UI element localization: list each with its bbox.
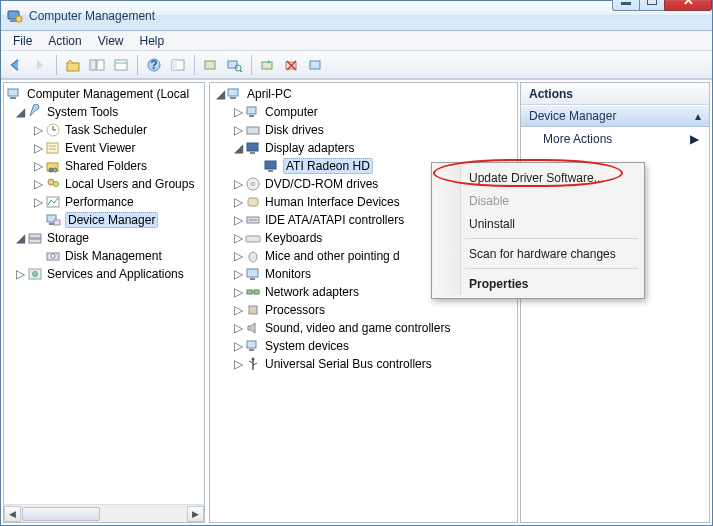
- actions-more[interactable]: More Actions ▶: [521, 127, 709, 151]
- expand-icon[interactable]: ▷: [232, 213, 244, 227]
- properties-toolbar-button[interactable]: [110, 54, 132, 76]
- expand-icon[interactable]: ▷: [232, 123, 244, 137]
- ctx-disable[interactable]: Disable: [435, 189, 641, 212]
- tool-button[interactable]: [167, 54, 189, 76]
- actions-group[interactable]: Device Manager ▴: [521, 105, 709, 127]
- tree-item-performance[interactable]: ▷ Performance: [4, 193, 204, 211]
- scroll-left-button[interactable]: ◀: [4, 506, 21, 522]
- ctx-label: Scan for hardware changes: [469, 247, 616, 261]
- tree-item-local-users[interactable]: ▷ Local Users and Groups: [4, 175, 204, 193]
- expand-icon[interactable]: ▷: [232, 285, 244, 299]
- tool-button[interactable]: [200, 54, 222, 76]
- svg-rect-26: [47, 143, 58, 153]
- tree-item-display-adapters[interactable]: ◢Display adapters: [210, 139, 517, 157]
- ctx-label: Disable: [469, 194, 509, 208]
- tool-button[interactable]: [281, 54, 303, 76]
- tree-item-services-apps[interactable]: ▷ Services and Applications: [4, 265, 204, 283]
- console-tree[interactable]: Computer Management (Local ◢ System Tool…: [4, 83, 204, 504]
- expand-icon[interactable]: ▷: [232, 339, 244, 353]
- expand-icon[interactable]: ▷: [32, 123, 44, 137]
- clock-icon: [45, 122, 61, 138]
- tree-item-sound[interactable]: ▷Sound, video and game controllers: [210, 319, 517, 337]
- tree-item-task-scheduler[interactable]: ▷ Task Scheduler: [4, 121, 204, 139]
- tree-item-shared-folders[interactable]: ▷ Shared Folders: [4, 157, 204, 175]
- expand-icon[interactable]: ▷: [32, 195, 44, 209]
- collapse-icon[interactable]: ▴: [695, 109, 701, 123]
- tree-root[interactable]: Computer Management (Local: [4, 85, 204, 103]
- expand-icon[interactable]: ▷: [232, 231, 244, 245]
- close-button[interactable]: ✕: [664, 0, 712, 11]
- ctx-uninstall[interactable]: Uninstall: [435, 212, 641, 235]
- expand-icon[interactable]: ▷: [32, 177, 44, 191]
- svg-rect-52: [268, 170, 273, 172]
- expand-icon[interactable]: ▷: [232, 249, 244, 263]
- expand-icon[interactable]: ▷: [14, 267, 26, 281]
- services-icon: [27, 266, 43, 282]
- collapse-icon[interactable]: ◢: [14, 105, 26, 119]
- cpu-icon: [245, 302, 261, 318]
- svg-rect-11: [172, 60, 177, 70]
- tree-item-system-devices[interactable]: ▷System devices: [210, 337, 517, 355]
- scroll-right-button[interactable]: ▶: [187, 506, 204, 522]
- tree-item-computer[interactable]: ▷Computer: [210, 103, 517, 121]
- expand-icon[interactable]: ▷: [232, 195, 244, 209]
- tool-button[interactable]: [257, 54, 279, 76]
- forward-button[interactable]: [29, 54, 51, 76]
- disk-icon: [245, 122, 261, 138]
- expand-icon[interactable]: ▷: [232, 303, 244, 317]
- toolbar-separator: [194, 55, 195, 75]
- title-bar[interactable]: Computer Management ✕: [1, 1, 712, 31]
- ctx-update-driver[interactable]: Update Driver Software...: [435, 166, 641, 189]
- expand-icon[interactable]: ▷: [232, 357, 244, 371]
- collapse-icon[interactable]: ◢: [14, 231, 26, 245]
- tree-item-event-viewer[interactable]: ▷ Event Viewer: [4, 139, 204, 157]
- svg-rect-20: [310, 61, 320, 69]
- help-button[interactable]: ?: [143, 54, 165, 76]
- expand-icon[interactable]: ▷: [32, 141, 44, 155]
- svg-rect-67: [249, 349, 254, 351]
- tree-item-usb[interactable]: ▷Universal Serial Bus controllers: [210, 355, 517, 373]
- context-menu: Update Driver Software... Disable Uninst…: [431, 162, 645, 299]
- show-hide-tree-button[interactable]: [86, 54, 108, 76]
- toolbar-separator: [56, 55, 57, 75]
- ctx-label: Update Driver Software...: [469, 171, 604, 185]
- expand-icon[interactable]: ▷: [232, 177, 244, 191]
- tree-label: Processors: [265, 303, 325, 317]
- tree-item-disk-drives[interactable]: ▷Disk drives: [210, 121, 517, 139]
- svg-rect-3: [67, 63, 79, 71]
- tree-item-processors[interactable]: ▷Processors: [210, 301, 517, 319]
- expand-icon[interactable]: ▷: [232, 267, 244, 281]
- expand-icon[interactable]: ▷: [232, 321, 244, 335]
- scroll-thumb[interactable]: [22, 507, 100, 521]
- collapse-icon[interactable]: ◢: [232, 141, 244, 155]
- device-tree[interactable]: ◢ April-PC ▷Computer ▷Disk drives ◢Displ…: [210, 83, 517, 522]
- back-button[interactable]: [5, 54, 27, 76]
- svg-point-33: [54, 182, 59, 187]
- expand-icon[interactable]: ▷: [232, 105, 244, 119]
- tree-label: Services and Applications: [47, 267, 184, 281]
- tree-label: Universal Serial Bus controllers: [265, 357, 432, 371]
- maximize-button[interactable]: [639, 0, 665, 11]
- actions-pane: Actions Device Manager ▴ More Actions ▶: [520, 82, 710, 523]
- tree-item-storage[interactable]: ◢ Storage: [4, 229, 204, 247]
- tool-button[interactable]: [305, 54, 327, 76]
- tree-item-pc[interactable]: ◢ April-PC: [210, 85, 517, 103]
- menu-help[interactable]: Help: [132, 32, 173, 50]
- up-button[interactable]: [62, 54, 84, 76]
- h-scrollbar[interactable]: ◀ ▶: [4, 504, 204, 522]
- tree-label: Human Interface Devices: [265, 195, 400, 209]
- menu-file[interactable]: File: [5, 32, 40, 50]
- collapse-icon[interactable]: ◢: [214, 87, 226, 101]
- computer-mgmt-icon: [7, 86, 23, 102]
- tree-item-device-manager[interactable]: Device Manager: [4, 211, 204, 229]
- expand-icon[interactable]: ▷: [32, 159, 44, 173]
- ctx-scan[interactable]: Scan for hardware changes: [435, 242, 641, 265]
- minimize-button[interactable]: [612, 0, 640, 11]
- ctx-properties[interactable]: Properties: [435, 272, 641, 295]
- tree-item-system-tools[interactable]: ◢ System Tools: [4, 103, 204, 121]
- menu-action[interactable]: Action: [40, 32, 89, 50]
- menu-view[interactable]: View: [90, 32, 132, 50]
- scroll-track[interactable]: [21, 506, 187, 522]
- scan-hardware-button[interactable]: [224, 54, 246, 76]
- tree-item-disk-management[interactable]: Disk Management: [4, 247, 204, 265]
